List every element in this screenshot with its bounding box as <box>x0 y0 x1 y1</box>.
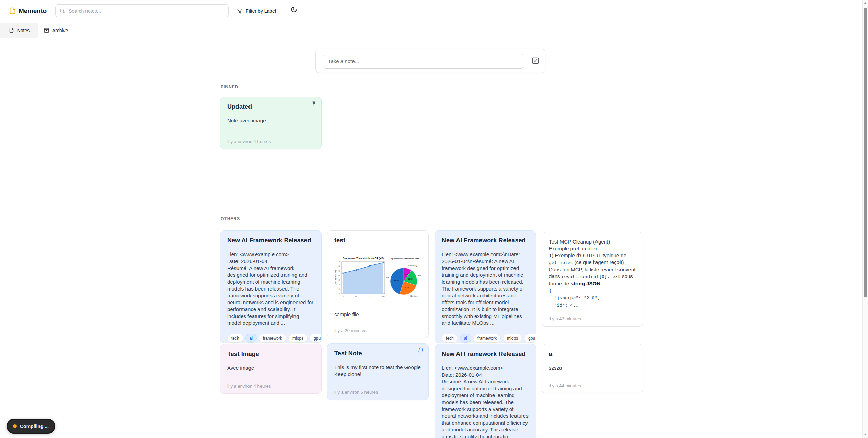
note-card[interactable]: New AI Framework ReleasedLien: <www.exam… <box>220 230 322 343</box>
note-timestamp: il y a environ 5 heures <box>334 387 421 395</box>
note-body: szsza <box>549 365 636 371</box>
note-composer <box>315 49 545 73</box>
compiling-dot-icon <box>13 424 17 428</box>
line-chart-image: Croissance Trimestrielle du CA (M€)01020… <box>334 256 385 301</box>
pin-icon <box>311 101 317 107</box>
svg-text:Répartition des Revenus 2024: Répartition des Revenus 2024 <box>390 258 419 260</box>
pie-chart-image: Répartition des Revenus 202410.0%Consult… <box>386 256 421 301</box>
svg-text:0: 0 <box>339 293 340 295</box>
scroll-up-arrow[interactable] <box>864 1 867 5</box>
tab-archive-label: Archive <box>52 28 68 33</box>
tab-notes-label: Notes <box>17 28 30 33</box>
app-title: Memento <box>19 7 47 15</box>
svg-text:40: 40 <box>338 274 340 276</box>
note-card[interactable]: New AI Framework ReleasedLien: <www.exam… <box>435 344 536 438</box>
search-box <box>55 4 229 17</box>
note-title: New AI Framework Released <box>442 351 529 358</box>
note-body: Avec image <box>227 365 314 371</box>
take-a-note-input[interactable] <box>323 54 523 69</box>
tag-pill-mlops[interactable]: mlops <box>503 334 522 343</box>
dark-mode-toggle[interactable] <box>291 6 297 14</box>
compiling-label: Compiling ... <box>20 424 49 429</box>
svg-text:70: 70 <box>338 261 340 263</box>
scrollbar[interactable] <box>862 0 868 438</box>
note-attached-charts-image: Croissance Trimestrielle du CA (M€)01020… <box>334 256 421 301</box>
note-title: test <box>334 237 421 244</box>
note-card[interactable]: Test MCP Cleanup (Agent) — Exemple prêt … <box>542 232 643 327</box>
archive-icon <box>44 28 49 33</box>
tag-pill-framework[interactable]: framework <box>259 334 286 343</box>
note-title: Test Note <box>334 350 421 357</box>
note-card[interactable]: aszszail y a 44 minutes <box>542 344 643 393</box>
note-file-icon <box>9 28 14 33</box>
note-tags: techaiframeworkmlopsgpu <box>442 334 529 343</box>
note-title: Test Image <box>227 351 314 358</box>
svg-text:Chiffre d'affaires (M€): Chiffre d'affaires (M€) <box>335 270 337 285</box>
filter-icon <box>237 8 243 14</box>
pin-button[interactable] <box>311 101 317 108</box>
svg-text:Q4: Q4 <box>382 295 385 297</box>
svg-text:10.0%: 10.0% <box>404 273 409 275</box>
note-timestamp: il y a 20 minutes <box>334 325 421 333</box>
svg-text:60: 60 <box>338 265 340 267</box>
app-logo-file-icon <box>9 7 16 16</box>
svg-text:Services: Services <box>410 295 418 297</box>
tag-pill-ai[interactable]: ai <box>245 334 257 343</box>
note-body: This is my first note to test the Google… <box>334 364 421 378</box>
compiling-status-badge[interactable]: Compiling ... <box>7 419 55 434</box>
svg-text:Q1: Q1 <box>342 295 344 297</box>
search-icon <box>59 8 65 15</box>
note-card[interactable]: testCroissance Trimestrielle du CA (M€)0… <box>327 230 429 338</box>
svg-text:Produits: Produits <box>386 276 389 279</box>
svg-text:30: 30 <box>338 279 340 281</box>
checkbox-icon <box>532 57 539 64</box>
note-timestamp: il y a 43 minutes <box>549 313 636 321</box>
note-body: sample file <box>334 311 421 318</box>
note-body: Note avec image <box>227 117 314 124</box>
svg-text:20.0%: 20.0% <box>408 278 413 280</box>
note-card[interactable]: New AI Framework ReleasedLien: <www.exam… <box>435 230 536 343</box>
note-title: a <box>549 351 636 358</box>
tag-pill-ai[interactable]: ai <box>460 334 471 343</box>
section-label-others: OTHERS <box>221 216 240 221</box>
note-timestamp: il y a environ 4 heures <box>227 381 314 389</box>
svg-text:Licences: Licences <box>418 274 421 276</box>
tag-pill-tech[interactable]: tech <box>227 334 243 343</box>
svg-text:Consulting: Consulting <box>408 264 417 267</box>
note-timestamp: il y a 44 minutes <box>549 380 636 388</box>
svg-text:20: 20 <box>338 283 340 285</box>
svg-text:25.0%: 25.0% <box>405 287 410 289</box>
filter-by-label-text: Filter by Label <box>246 8 276 14</box>
scroll-down-arrow[interactable] <box>864 433 867 436</box>
tag-pill-framework[interactable]: framework <box>473 334 501 343</box>
note-card[interactable]: Test NoteThis is my first note to test t… <box>327 343 429 400</box>
note-card[interactable]: Test ImageAvec imageil y a environ 4 heu… <box>220 344 322 394</box>
tab-bar: Notes Archive <box>0 23 868 38</box>
reminder-button[interactable] <box>418 347 424 355</box>
filter-by-label-button[interactable]: Filter by Label <box>237 4 276 17</box>
note-body: Lien: <www.example.com> Date: 2026-01-04… <box>442 365 529 438</box>
tab-notes[interactable]: Notes <box>0 23 38 38</box>
bell-icon <box>418 347 424 354</box>
svg-text:Q3: Q3 <box>369 295 371 297</box>
note-body: Lien: <www.example.com>\nDate: 2026-01-0… <box>442 251 529 327</box>
note-body: Lien: <www.example.com> Date: 2026-01-04… <box>227 251 314 327</box>
note-timestamp: il y a environ 4 heures <box>227 136 314 144</box>
svg-text:Q2: Q2 <box>355 295 358 297</box>
tab-archive[interactable]: Archive <box>38 23 73 38</box>
scrollbar-thumb[interactable] <box>864 8 867 297</box>
tag-pill-mlops[interactable]: mlops <box>288 334 308 343</box>
tag-pill-tech[interactable]: tech <box>442 334 458 343</box>
note-tags: techaiframeworkmlopsgpu <box>227 334 314 343</box>
tag-pill-gpu[interactable]: gpu <box>524 334 536 343</box>
note-body: Test MCP Cleanup (Agent) — Exemple prêt … <box>549 238 636 309</box>
note-title: New AI Framework Released <box>442 237 529 244</box>
tag-pill-gpu[interactable]: gpu <box>310 334 322 343</box>
new-checklist-button[interactable] <box>532 57 539 66</box>
svg-text:45.0%: 45.0% <box>394 279 399 281</box>
svg-text:Croissance Trimestrielle du CA: Croissance Trimestrielle du CA (M€) <box>343 257 384 260</box>
note-title: New AI Framework Released <box>227 237 314 244</box>
search-input[interactable] <box>55 4 229 17</box>
svg-text:50: 50 <box>338 270 340 272</box>
pinned-note-card[interactable]: Updated Note avec image il y a environ 4… <box>220 97 322 149</box>
